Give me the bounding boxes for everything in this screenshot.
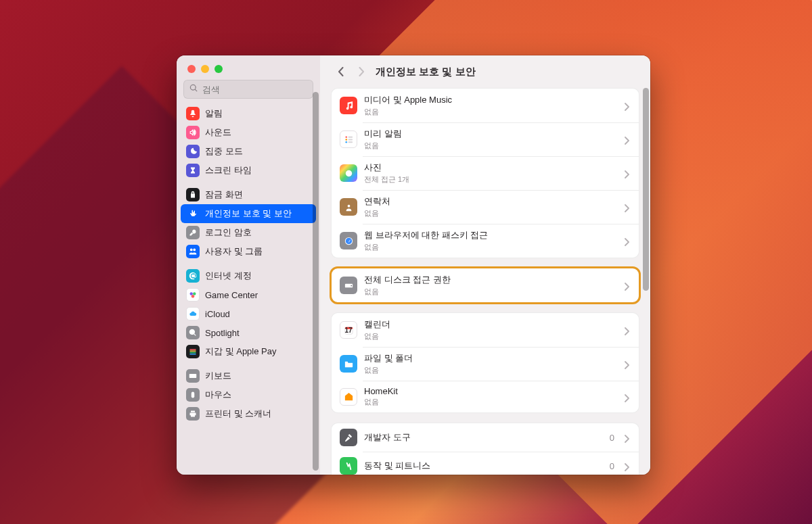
sidebar-item-label: 로그인 암호 bbox=[205, 227, 252, 239]
calendar-day-badge: 17 bbox=[344, 327, 352, 334]
search-icon bbox=[189, 83, 198, 95]
sidebar-item-label: 스크린 타임 bbox=[205, 164, 252, 176]
sidebar-item[interactable]: 키보드 bbox=[181, 366, 316, 385]
svg-point-10 bbox=[345, 139, 347, 141]
settings-row[interactable]: 미리 알림없음 bbox=[332, 122, 639, 156]
row-title: 동작 및 피트니스 bbox=[364, 460, 603, 472]
folder-icon bbox=[340, 355, 357, 373]
row-title: 웹 브라우저에 대한 패스키 접근 bbox=[364, 229, 617, 241]
settings-card: 개발자 도구0동작 및 피트니스0 bbox=[331, 423, 639, 475]
sidebar-item-label: 집중 모드 bbox=[205, 145, 243, 158]
settings-row[interactable]: 사진전체 접근 1개 bbox=[332, 156, 639, 190]
svg-point-1 bbox=[193, 292, 196, 295]
key-icon bbox=[186, 226, 200, 239]
search-field[interactable] bbox=[183, 80, 313, 99]
sidebar-item[interactable]: 알림 bbox=[181, 104, 316, 123]
svg-point-0 bbox=[190, 292, 194, 295]
sidebar-list[interactable]: 알림사운드집중 모드스크린 타임잠금 화면개인정보 보호 및 보안로그인 암호사… bbox=[177, 103, 320, 475]
svg-point-9 bbox=[345, 136, 347, 138]
system-settings-window: 알림사운드집중 모드스크린 타임잠금 화면개인정보 보호 및 보안로그인 암호사… bbox=[177, 55, 650, 475]
chevron-right-icon bbox=[624, 203, 631, 211]
settings-row[interactable]: 동작 및 피트니스0 bbox=[332, 452, 639, 475]
people-icon bbox=[186, 245, 200, 258]
row-title: 파일 및 폴더 bbox=[364, 352, 617, 364]
chevron-right-icon bbox=[624, 169, 631, 177]
sidebar-item[interactable]: 사운드 bbox=[181, 123, 316, 142]
sidebar-item[interactable]: Game Center bbox=[181, 285, 316, 304]
close-window-button[interactable] bbox=[187, 65, 196, 73]
row-subtitle: 없음 bbox=[364, 397, 617, 407]
main-scrollbar[interactable] bbox=[643, 88, 649, 291]
sidebar-item[interactable]: 집중 모드 bbox=[181, 142, 316, 161]
row-title: 사진 bbox=[364, 162, 617, 174]
sidebar-scrollbar[interactable] bbox=[313, 92, 319, 471]
row-subtitle: 없음 bbox=[364, 242, 617, 252]
svg-rect-12 bbox=[348, 136, 353, 137]
svg-point-18 bbox=[345, 237, 351, 243]
row-subtitle: 없음 bbox=[364, 365, 617, 375]
sidebar-item[interactable]: 마우스 bbox=[181, 385, 316, 404]
window-controls bbox=[177, 55, 320, 73]
nav-back-button[interactable] bbox=[335, 64, 347, 79]
svg-point-20 bbox=[351, 285, 352, 286]
zoom-window-button[interactable] bbox=[215, 65, 223, 73]
minimize-window-button[interactable] bbox=[201, 65, 209, 73]
row-title: 미리 알림 bbox=[364, 128, 617, 140]
settings-row[interactable]: 전체 디스크 접근 권한없음 bbox=[332, 268, 639, 302]
content-pane: 개인정보 보호 및 보안 미디어 및 Apple Music없음미리 알림없음사… bbox=[320, 55, 650, 475]
sidebar-item-label: 키보드 bbox=[205, 370, 231, 382]
svg-rect-13 bbox=[348, 139, 353, 140]
sidebar: 알림사운드집중 모드스크린 타임잠금 화면개인정보 보호 및 보안로그인 암호사… bbox=[177, 55, 320, 475]
mouse-icon bbox=[186, 388, 200, 402]
main-scroll[interactable]: 미디어 및 Apple Music없음미리 알림없음사진전체 접근 1개연락처없… bbox=[320, 88, 650, 475]
svg-point-2 bbox=[191, 295, 195, 298]
sidebar-item[interactable]: 개인정보 보호 및 보안 bbox=[181, 204, 316, 223]
sidebar-item-label: 잠금 화면 bbox=[205, 189, 243, 201]
chevron-right-icon bbox=[624, 433, 631, 442]
svg-rect-3 bbox=[190, 349, 196, 350]
settings-row[interactable]: 웹 브라우저에 대한 패스키 접근없음 bbox=[332, 224, 639, 258]
row-subtitle: 없음 bbox=[364, 331, 617, 341]
settings-row[interactable]: 연락처없음 bbox=[332, 190, 639, 224]
svg-point-11 bbox=[345, 141, 347, 143]
row-title: 연락처 bbox=[364, 195, 617, 208]
settings-row[interactable]: 파일 및 폴더없음 bbox=[332, 347, 639, 381]
search-input[interactable] bbox=[202, 85, 307, 95]
music-icon bbox=[340, 97, 357, 114]
sidebar-item[interactable]: iCloud bbox=[181, 304, 316, 323]
sidebar-item[interactable]: Spotlight bbox=[181, 323, 316, 342]
sidebar-item[interactable]: 로그인 암호 bbox=[181, 223, 316, 242]
at-icon bbox=[186, 269, 200, 283]
disk-icon bbox=[340, 277, 357, 294]
row-title: 미디어 및 Apple Music bbox=[364, 94, 617, 106]
search-icon bbox=[186, 326, 200, 339]
sidebar-item[interactable]: 인터넷 계정 bbox=[181, 266, 316, 285]
titlebar: 개인정보 보호 및 보안 bbox=[320, 55, 650, 88]
svg-rect-7 bbox=[189, 374, 197, 378]
sidebar-item-label: 개인정보 보호 및 보안 bbox=[205, 208, 292, 220]
row-title: 개발자 도구 bbox=[364, 431, 603, 444]
sidebar-item[interactable]: 지갑 및 Apple Pay bbox=[181, 342, 316, 361]
moon-icon bbox=[186, 145, 200, 158]
settings-row[interactable]: HomeKit없음 bbox=[332, 381, 639, 412]
row-subtitle: 없음 bbox=[364, 287, 617, 297]
sidebar-item[interactable]: 잠금 화면 bbox=[181, 185, 316, 204]
chevron-right-icon bbox=[624, 135, 631, 143]
settings-row[interactable]: 17캘린더없음 bbox=[332, 313, 639, 347]
sidebar-item-label: 사용자 및 그룹 bbox=[205, 245, 263, 258]
photos-icon bbox=[340, 164, 357, 182]
settings-card: 미디어 및 Apple Music없음미리 알림없음사진전체 접근 1개연락처없… bbox=[331, 88, 639, 258]
settings-row[interactable]: 미디어 및 Apple Music없음 bbox=[332, 89, 639, 122]
chevron-right-icon bbox=[624, 237, 631, 245]
settings-row[interactable]: 개발자 도구0 bbox=[332, 423, 639, 452]
sidebar-item-label: 알림 bbox=[205, 108, 223, 120]
sidebar-item[interactable]: 스크린 타임 bbox=[181, 161, 316, 180]
nav-forward-button[interactable] bbox=[355, 64, 367, 79]
svg-rect-6 bbox=[190, 354, 196, 355]
keyboard-icon bbox=[186, 369, 200, 383]
sidebar-item[interactable]: 프린터 및 스캐너 bbox=[181, 404, 316, 423]
sidebar-item-label: Spotlight bbox=[205, 328, 240, 338]
sidebar-item-label: 마우스 bbox=[205, 389, 231, 401]
sidebar-item[interactable]: 사용자 및 그룹 bbox=[181, 242, 316, 261]
calendar-icon: 17 bbox=[340, 321, 357, 339]
